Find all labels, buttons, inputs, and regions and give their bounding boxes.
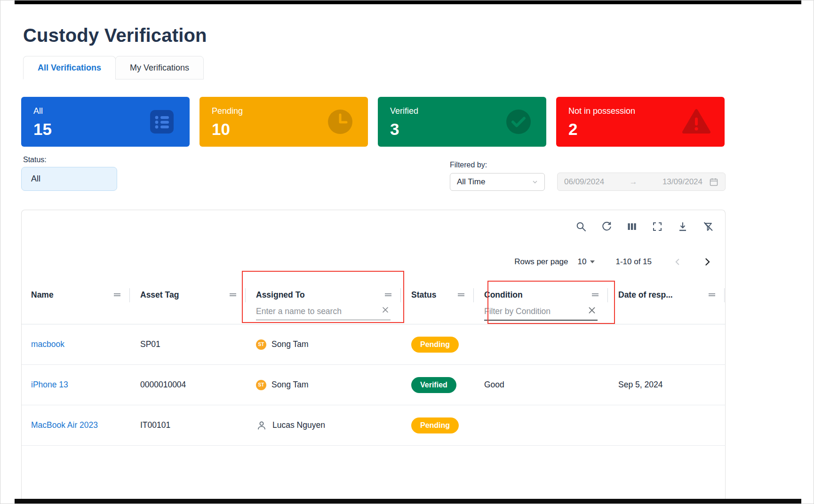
table-pagination: Rows per page 10 1-10 of 15 <box>514 255 714 269</box>
column-menu-icon[interactable] <box>457 291 465 298</box>
stat-card-pending[interactable]: Pending 10 <box>200 97 368 147</box>
clock-icon <box>327 108 354 135</box>
window-top-bar <box>15 0 801 4</box>
refresh-icon[interactable] <box>601 221 612 232</box>
window-bottom-bar <box>15 499 801 504</box>
asset-name-link-cell: iPhone 13 <box>22 380 131 390</box>
table-header-row: Name Asset Tag Assigned To <box>22 281 726 324</box>
status-badge: Pending <box>411 417 459 433</box>
asset-tag-cell: IT00101 <box>131 420 247 430</box>
column-header-condition: Condition <box>475 281 609 324</box>
status-filter-label: Status: <box>23 156 47 164</box>
date-range-picker[interactable]: 06/09/2024 → 13/09/2024 <box>557 173 726 191</box>
next-page-button[interactable] <box>702 256 713 268</box>
date-to-value: 13/09/2024 <box>662 177 702 187</box>
asset-tag-cell: SP01 <box>131 339 247 349</box>
column-resize-handle[interactable] <box>245 288 246 302</box>
asset-name-link-cell: MacBook Air 2023 <box>22 420 131 430</box>
pagination-range: 1-10 of 15 <box>615 257 652 267</box>
asset-tag-cell: 0000010004 <box>131 380 247 390</box>
table-row: MacBook Air 2023 IT00101 Lucas Nguyen Pe… <box>22 405 726 446</box>
table-body: macbook SP01 ST Song Tam Pending iPhone … <box>22 324 726 446</box>
date-arrow: → <box>611 177 656 187</box>
stat-cards: All 15 Pending 10 Verified 3 <box>21 97 725 147</box>
status-filter-select[interactable]: All <box>21 167 117 191</box>
warning-icon <box>682 109 710 135</box>
status-badge: Verified <box>411 377 456 393</box>
tab-all-verifications[interactable]: All Verifications <box>23 56 116 79</box>
stat-card-not-in-possession[interactable]: Not in possession 2 <box>556 97 725 147</box>
calendar-icon <box>709 177 718 187</box>
download-icon[interactable] <box>677 221 688 232</box>
asset-name-link-cell: macbook <box>22 339 131 349</box>
page-title: Custody Verification <box>23 25 207 46</box>
tab-bar: All Verifications My Verifications <box>23 56 204 79</box>
column-header-name: Name <box>22 281 131 324</box>
condition-cell: Good <box>475 380 609 390</box>
column-resize-handle[interactable] <box>724 288 725 302</box>
person-icon <box>256 420 267 431</box>
asset-name-link[interactable]: MacBook Air 2023 <box>31 420 98 430</box>
list-icon <box>148 108 176 135</box>
fullscreen-icon[interactable] <box>652 221 663 232</box>
rows-per-page-label: Rows per page <box>514 257 568 267</box>
tab-my-verifications[interactable]: My Verifications <box>115 56 204 79</box>
status-cell: Pending <box>402 417 475 433</box>
assigned-to-cell: ST Song Tam <box>247 339 402 350</box>
chevron-down-icon <box>531 178 539 186</box>
time-filter-value: All Time <box>457 177 485 187</box>
columns-icon[interactable] <box>626 221 638 232</box>
column-resize-handle[interactable] <box>607 288 608 302</box>
time-filter-select[interactable]: All Time <box>450 173 545 191</box>
asset-name-link[interactable]: macbook <box>31 339 64 349</box>
condition-filter-input[interactable] <box>484 306 598 321</box>
column-header-asset-tag: Asset Tag <box>131 281 247 324</box>
search-icon[interactable] <box>575 221 587 232</box>
assigned-to-cell: Lucas Nguyen <box>247 420 402 431</box>
column-menu-icon[interactable] <box>708 291 716 298</box>
column-menu-icon[interactable] <box>591 291 599 298</box>
clear-filter-icon[interactable] <box>381 306 390 314</box>
column-header-assigned-to: Assigned To <box>247 281 402 324</box>
assignee-name: Song Tam <box>271 339 308 349</box>
date-cell: Sep 5, 2024 <box>609 380 726 390</box>
table-row: iPhone 13 0000010004 ST Song Tam Verifie… <box>22 365 726 405</box>
status-badge: Pending <box>411 337 459 353</box>
column-resize-handle[interactable] <box>129 288 130 302</box>
stat-card-all[interactable]: All 15 <box>21 97 190 147</box>
assignee-name: Lucas Nguyen <box>272 420 325 430</box>
clear-filter-icon[interactable] <box>587 306 597 315</box>
assigned-to-cell: ST Song Tam <box>247 380 402 390</box>
verifications-table: Rows per page 10 1-10 of 15 Name <box>21 210 726 500</box>
column-menu-icon[interactable] <box>113 291 121 298</box>
previous-page-button[interactable] <box>672 257 683 267</box>
avatar: ST <box>256 380 266 390</box>
filtered-by-label: Filtered by: <box>450 161 487 169</box>
status-cell: Pending <box>402 337 475 353</box>
date-from-value: 06/09/2024 <box>564 177 604 187</box>
stat-card-verified[interactable]: Verified 3 <box>378 97 546 147</box>
table-toolbar <box>575 221 714 232</box>
filter-off-icon[interactable] <box>702 221 714 232</box>
column-resize-handle[interactable] <box>473 288 474 302</box>
assigned-to-filter-input[interactable] <box>256 306 391 320</box>
assignee-name: Song Tam <box>271 380 308 390</box>
table-row: macbook SP01 ST Song Tam Pending <box>22 324 726 365</box>
column-header-status: Status <box>402 281 475 324</box>
column-resize-handle[interactable] <box>400 288 401 302</box>
avatar: ST <box>256 339 266 350</box>
column-menu-icon[interactable] <box>229 291 237 298</box>
asset-name-link[interactable]: iPhone 13 <box>31 380 68 389</box>
column-menu-icon[interactable] <box>384 291 392 298</box>
column-header-date-of-response: Date of resp... <box>609 281 726 324</box>
check-circle-icon <box>505 108 532 135</box>
custody-verification-page: Custody Verification All Verifications M… <box>0 0 814 504</box>
rows-per-page-select[interactable]: 10 <box>578 257 595 267</box>
status-cell: Verified <box>402 377 475 393</box>
caret-down-icon <box>590 260 595 263</box>
